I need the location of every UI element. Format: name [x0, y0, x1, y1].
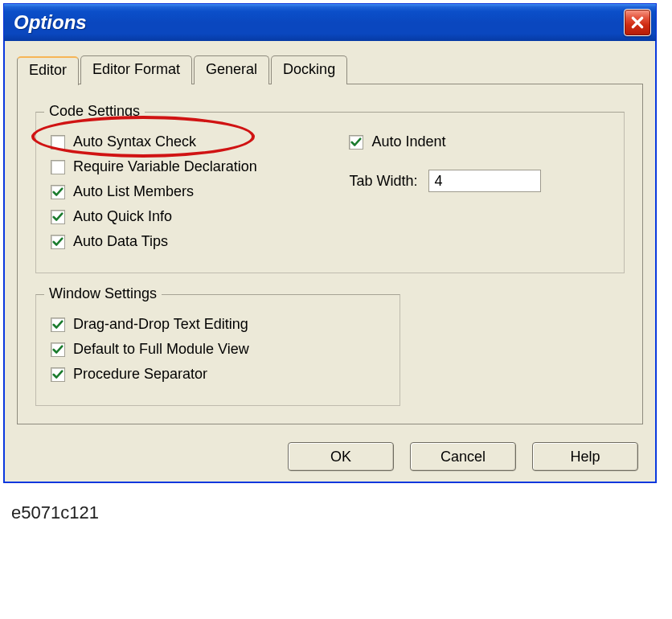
groupbox-window-settings: Window Settings Drag-and-Drop Text Editi…: [35, 294, 400, 406]
tab-strip: Editor Editor Format General Docking: [17, 55, 643, 84]
tab-editor[interactable]: Editor: [17, 56, 79, 85]
checkbox-label: Procedure Separator: [73, 366, 207, 383]
checkbox-procedure-separator[interactable]: Procedure Separator: [51, 366, 385, 383]
client-area: Editor Editor Format General Docking Cod…: [4, 41, 656, 482]
check-icon: [52, 369, 64, 380]
checkbox-auto-quick-info[interactable]: Auto Quick Info: [51, 208, 341, 225]
tab-label: Editor Format: [92, 61, 180, 77]
checkbox-box: [51, 135, 65, 150]
checkbox-auto-indent[interactable]: Auto Indent: [349, 133, 609, 150]
check-icon: [350, 137, 362, 148]
checkbox-label: Require Variable Declaration: [73, 158, 257, 175]
checkbox-label: Drag-and-Drop Text Editing: [73, 316, 248, 333]
check-icon: [52, 344, 64, 355]
checkbox-label: Auto Data Tips: [73, 233, 168, 250]
checkbox-drag-and-drop[interactable]: Drag-and-Drop Text Editing: [51, 316, 385, 333]
checkbox-auto-syntax-check[interactable]: Auto Syntax Check: [51, 133, 341, 150]
checkbox-label: Auto Quick Info: [73, 208, 172, 225]
checkbox-full-module-view[interactable]: Default to Full Module View: [51, 341, 385, 358]
footer-label: e5071c121: [11, 502, 672, 523]
button-label: Cancel: [440, 449, 486, 465]
tab-docking[interactable]: Docking: [271, 55, 347, 84]
tab-general[interactable]: General: [194, 55, 269, 84]
close-icon: [630, 15, 645, 30]
ok-button[interactable]: OK: [288, 442, 394, 471]
button-label: OK: [330, 449, 351, 465]
checkbox-box: [51, 318, 65, 332]
checkbox-auto-list-members[interactable]: Auto List Members: [51, 183, 341, 200]
dialog-buttons: OK Cancel Help: [17, 442, 643, 471]
help-button[interactable]: Help: [532, 442, 638, 471]
check-icon: [52, 211, 64, 223]
tab-label: General: [206, 61, 257, 77]
checkbox-box: [51, 367, 65, 382]
options-dialog: Options Editor Editor Format General Doc…: [3, 3, 657, 483]
tab-width-input[interactable]: [428, 170, 541, 192]
button-label: Help: [570, 449, 600, 465]
checkbox-box: [349, 135, 363, 150]
checkbox-box: [51, 160, 65, 174]
titlebar: Options: [4, 4, 656, 41]
checkbox-box: [51, 235, 65, 249]
checkbox-label: Auto Indent: [371, 133, 445, 150]
checkbox-label: Auto Syntax Check: [73, 133, 196, 150]
groupbox-code-settings: Code Settings Auto Syntax Check Require …: [35, 112, 625, 273]
checkbox-box: [51, 210, 65, 224]
tabpanel-editor: Code Settings Auto Syntax Check Require …: [17, 84, 643, 424]
tab-label: Editor: [29, 62, 67, 78]
tab-editor-format[interactable]: Editor Format: [80, 55, 192, 84]
groupbox-legend: Code Settings: [44, 103, 145, 120]
check-icon: [52, 236, 64, 248]
tab-label: Docking: [283, 61, 335, 77]
cancel-button[interactable]: Cancel: [410, 442, 516, 471]
close-button[interactable]: [624, 9, 651, 36]
checkbox-require-variable-declaration[interactable]: Require Variable Declaration: [51, 158, 341, 175]
check-icon: [52, 187, 64, 198]
checkbox-box: [51, 342, 65, 357]
tab-width-row: Tab Width:: [349, 170, 609, 192]
check-icon: [52, 319, 64, 330]
checkbox-box: [51, 185, 65, 199]
checkbox-label: Default to Full Module View: [73, 341, 249, 358]
checkbox-auto-data-tips[interactable]: Auto Data Tips: [51, 233, 341, 250]
tab-width-label: Tab Width:: [349, 173, 417, 190]
window-title: Options: [14, 11, 87, 34]
checkbox-label: Auto List Members: [73, 183, 194, 200]
groupbox-legend: Window Settings: [44, 285, 162, 302]
